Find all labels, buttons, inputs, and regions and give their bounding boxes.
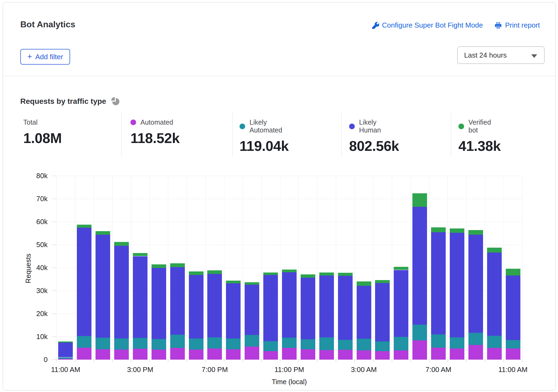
bar-segment-likely-human	[245, 285, 259, 335]
gridline-v	[522, 176, 523, 360]
bar-segment-verified-bot	[114, 242, 129, 246]
bar-segment-verified-bot	[394, 267, 408, 270]
chart-bar[interactable]	[375, 280, 390, 360]
chart-bar[interactable]	[170, 263, 185, 360]
bar-segment-likely-human	[170, 267, 185, 335]
bar-segment-likely-automated	[152, 339, 166, 350]
chart-bar[interactable]	[207, 270, 222, 360]
gridline-v	[261, 176, 262, 360]
y-tick	[52, 360, 56, 360]
x-tick-label: 11:00 PM	[268, 366, 311, 374]
chart-bar[interactable]	[394, 267, 408, 360]
chart-bar[interactable]	[357, 281, 371, 360]
bar-segment-likely-human	[152, 268, 166, 339]
x-tick	[448, 360, 448, 362]
chart-bar[interactable]	[319, 273, 334, 360]
bar-segment-likely-automated	[394, 337, 408, 350]
chart-bar[interactable]	[58, 341, 73, 360]
bar-segment-verified-bot	[487, 248, 502, 253]
bar-segment-likely-human	[506, 275, 520, 340]
chart-bar[interactable]	[506, 269, 520, 360]
bar-segment-likely-automated	[301, 339, 315, 349]
bar-segment-verified-bot	[77, 225, 91, 228]
x-tick	[243, 360, 243, 362]
y-tick	[52, 199, 56, 199]
chart-bar[interactable]	[301, 274, 315, 360]
bar-segment-automated	[431, 348, 446, 360]
chart-bar[interactable]	[77, 225, 91, 360]
bar-segment-automated	[114, 350, 129, 360]
chart-bar[interactable]	[152, 264, 166, 360]
x-tick	[336, 360, 336, 362]
bar-segment-likely-human	[226, 283, 241, 338]
bar-segment-verified-bot	[226, 281, 241, 283]
bar-segment-automated	[301, 349, 315, 360]
bar-segment-likely-human	[357, 286, 371, 339]
gridline-v	[485, 176, 485, 360]
chart-bar[interactable]	[468, 230, 483, 360]
bar-segment-likely-human	[282, 272, 297, 338]
bar-segment-automated	[338, 350, 353, 360]
x-tick-label: 3:00 PM	[119, 366, 162, 374]
bar-segment-automated	[77, 348, 91, 360]
bar-segment-likely-human	[431, 232, 446, 334]
x-tick-label: 7:00 PM	[193, 366, 236, 374]
gridline-v	[187, 176, 187, 360]
chart-bar[interactable]	[189, 271, 203, 360]
chart-bar[interactable]	[282, 270, 297, 360]
x-tick	[485, 360, 485, 362]
y-tick-label: 20k	[29, 310, 48, 318]
bar-segment-verified-bot	[338, 273, 353, 276]
bar-segment-likely-automated	[357, 339, 371, 350]
bar-segment-likely-human	[487, 253, 502, 336]
bar-segment-likely-automated	[207, 337, 222, 348]
chart-bar[interactable]	[450, 228, 464, 360]
bar-segment-automated	[506, 348, 520, 360]
x-tick	[317, 360, 317, 362]
chart-bar[interactable]	[133, 253, 147, 360]
bar-segment-automated	[152, 350, 166, 360]
bar-segment-likely-automated	[189, 338, 203, 350]
x-tick	[392, 360, 392, 362]
chart-bar[interactable]	[487, 248, 502, 360]
y-tick	[52, 337, 56, 337]
x-tick-label: 11:00 AM	[44, 366, 87, 374]
x-tick	[75, 360, 75, 362]
x-tick	[355, 360, 355, 362]
bar-segment-likely-automated	[375, 341, 390, 351]
bar-segment-likely-automated	[319, 337, 334, 350]
bar-segment-automated	[319, 350, 334, 360]
chart-bar[interactable]	[263, 273, 278, 360]
gridline-v	[336, 176, 336, 360]
chart-bar[interactable]	[431, 227, 446, 360]
x-tick	[280, 360, 280, 362]
chart-bar[interactable]	[412, 193, 427, 360]
bar-segment-automated	[282, 348, 297, 360]
gridline-v	[317, 176, 317, 360]
chart-bar[interactable]	[245, 282, 259, 360]
bar-segment-likely-automated	[338, 340, 353, 350]
bar-segment-automated	[263, 351, 278, 360]
bar-segment-likely-automated	[77, 336, 91, 348]
bar-segment-likely-human	[77, 228, 91, 336]
chart-bar[interactable]	[114, 242, 129, 360]
bar-segment-likely-automated	[96, 338, 110, 349]
y-tick	[52, 268, 56, 268]
bar-segment-likely-automated	[114, 338, 129, 350]
bar-segment-likely-automated	[282, 338, 297, 348]
bar-segment-verified-bot	[506, 269, 520, 275]
bar-segment-likely-human	[263, 275, 278, 341]
gridline-v	[224, 176, 224, 360]
gridline-v	[149, 176, 150, 360]
chart-bar[interactable]	[96, 231, 110, 360]
y-tick-label: 30k	[29, 287, 48, 295]
bar-segment-verified-bot	[301, 274, 315, 278]
bar-segment-verified-bot	[431, 227, 446, 232]
chart-bar[interactable]	[226, 281, 241, 360]
bar-segment-likely-automated	[450, 337, 464, 349]
bar-segment-likely-human	[207, 274, 222, 337]
x-tick-label: 11:00 AM	[491, 366, 535, 374]
chart-bar[interactable]	[338, 273, 353, 360]
gridline-v	[355, 176, 355, 360]
gridline-v	[504, 176, 504, 360]
